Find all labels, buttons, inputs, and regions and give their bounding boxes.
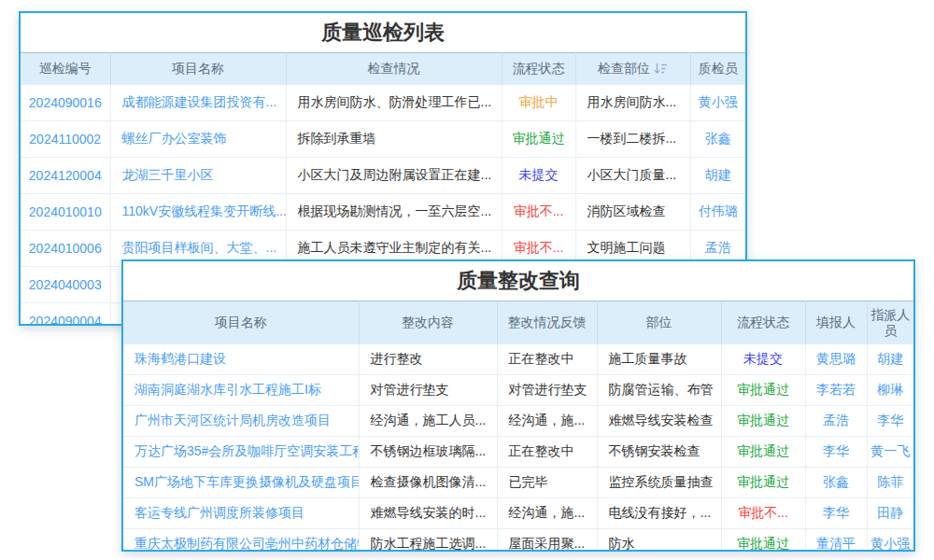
inspection-row: 2024110002螺丝厂办公室装饰拆除到承重墙审批通过一楼到二楼拆...张鑫 bbox=[21, 121, 745, 158]
assignee-cell[interactable]: 田静 bbox=[867, 498, 913, 529]
rectify-content-cell: 对管进行垫支 bbox=[359, 375, 497, 406]
reporter-cell[interactable]: 李若若 bbox=[805, 375, 867, 406]
project-name-cell[interactable]: 成都能源建设集团投资有... bbox=[110, 85, 286, 121]
sort-descending-icon[interactable] bbox=[654, 63, 668, 75]
inspection-row: 2024090016成都能源建设集团投资有...用水房间防水、防滑处理工作已..… bbox=[21, 85, 745, 121]
part-cell: 施工质量事故 bbox=[597, 344, 721, 375]
header-project-name: 项目名称 bbox=[123, 301, 359, 345]
inspection-header-row: 巡检编号 项目名称 检查情况 流程状态 检查部位 质检员 bbox=[21, 53, 745, 86]
rectify-row: 珠海鹤港口建设进行整改正在整改中施工质量事故未提交黄思璐胡建 bbox=[123, 344, 913, 375]
situation-cell: 根据现场勘测情况，一至六层空... bbox=[286, 194, 502, 231]
header-inspection-id: 巡检编号 bbox=[21, 53, 110, 86]
reporter-cell[interactable]: 李华 bbox=[805, 498, 867, 529]
situation-cell: 小区大门及周边附属设置正在建... bbox=[286, 158, 502, 194]
header-location[interactable]: 检查部位 bbox=[575, 53, 690, 86]
inspector-cell[interactable]: 张鑫 bbox=[690, 121, 745, 158]
project-name-cell[interactable]: 湖南洞庭湖水库引水工程施工I标 bbox=[123, 375, 359, 406]
project-name-cell[interactable]: 螺丝厂办公室装饰 bbox=[110, 121, 286, 158]
rectify-header-row: 项目名称 整改内容 整改情况反馈 部位 流程状态 填报人 指派人员 bbox=[123, 301, 913, 345]
rectify-content-cell: 经沟通，施工人员... bbox=[359, 406, 497, 437]
reporter-cell[interactable]: 黄思璐 bbox=[805, 344, 867, 375]
reporter-cell[interactable]: 李华 bbox=[805, 437, 867, 468]
assignee-cell[interactable]: 黄小强 bbox=[867, 529, 913, 553]
reporter-cell[interactable]: 孟浩 bbox=[805, 406, 867, 437]
rectify-row: 广州市天河区统计局机房改造项目经沟通，施工人员...经沟通，施...难燃导线安装… bbox=[123, 406, 913, 437]
project-name-cell[interactable]: 珠海鹤港口建设 bbox=[123, 344, 359, 375]
flow-status-cell: 审批通过 bbox=[721, 375, 805, 406]
part-cell: 监控系统质量抽查 bbox=[597, 468, 721, 498]
situation-cell: 用水房间防水、防滑处理工作已... bbox=[286, 85, 502, 121]
inspection-id-cell[interactable]: 2024090004 bbox=[21, 303, 110, 327]
header-location-label: 检查部位 bbox=[598, 61, 650, 76]
inspection-row: 2024010010110kV安徽线程集变开断线...根据现场勘测情况，一至六层… bbox=[21, 194, 745, 231]
header-flow-status: 流程状态 bbox=[721, 301, 805, 345]
project-name-cell[interactable]: 广州市天河区统计局机房改造项目 bbox=[123, 406, 359, 437]
header-project-name: 项目名称 bbox=[110, 53, 286, 86]
project-name-cell[interactable]: 客运专线广州调度所装修项目 bbox=[123, 498, 359, 529]
part-cell: 防水 bbox=[597, 529, 721, 553]
location-cell: 消防区域检查 bbox=[575, 194, 690, 231]
header-rectify-content: 整改内容 bbox=[359, 301, 497, 345]
flow-status-cell: 未提交 bbox=[502, 158, 575, 194]
header-part: 部位 bbox=[597, 301, 721, 345]
inspection-id-cell[interactable]: 2024120004 bbox=[21, 158, 110, 194]
project-name-cell[interactable]: SM广场地下车库更换摄像机及硬盘项目 bbox=[123, 468, 359, 498]
rectify-row: SM广场地下车库更换摄像机及硬盘项目检查摄像机图像清...已完毕监控系统质量抽查… bbox=[123, 468, 913, 498]
header-flow-status: 流程状态 bbox=[502, 53, 575, 86]
rectify-row: 重庆太极制药有限公司亳州中药材仓储物流防水工程施工选调...屋面采用聚...防水… bbox=[123, 529, 913, 553]
flow-status-cell: 审批通过 bbox=[721, 406, 805, 437]
header-assignee: 指派人员 bbox=[867, 301, 913, 345]
rectify-feedback-cell: 屋面采用聚... bbox=[497, 529, 597, 553]
flow-status-cell: 审批不... bbox=[502, 194, 575, 231]
rectify-content-cell: 难燃导线安装的时... bbox=[359, 498, 497, 529]
flow-status-cell: 审批通过 bbox=[721, 529, 805, 553]
inspection-id-cell[interactable]: 2024010010 bbox=[21, 194, 110, 231]
page: 质量巡检列表 巡检编号 项目名称 检查情况 流程状态 检查部位 质检员 2024… bbox=[0, 0, 934, 560]
inspection-id-cell[interactable]: 2024090016 bbox=[21, 85, 110, 121]
flow-status-cell: 审批通过 bbox=[502, 121, 575, 158]
reporter-cell[interactable]: 董清平 bbox=[805, 529, 867, 553]
inspector-cell[interactable]: 胡建 bbox=[690, 158, 745, 194]
rectify-feedback-cell: 正在整改中 bbox=[497, 344, 597, 375]
assignee-cell[interactable]: 陈菲 bbox=[867, 468, 913, 498]
situation-cell: 拆除到承重墙 bbox=[286, 121, 502, 158]
assignee-cell[interactable]: 胡建 bbox=[867, 344, 913, 375]
inspection-list-title: 质量巡检列表 bbox=[21, 13, 745, 52]
rectify-query-card: 质量整改查询 项目名称 整改内容 整改情况反馈 部位 流程状态 填报人 指派人员… bbox=[121, 259, 915, 552]
location-cell: 用水房间防水... bbox=[575, 85, 690, 121]
flow-status-cell: 未提交 bbox=[721, 344, 805, 375]
part-cell: 不锈钢安装检查 bbox=[597, 437, 721, 468]
assignee-cell[interactable]: 黄一飞 bbox=[867, 437, 913, 468]
rectify-feedback-cell: 已完毕 bbox=[497, 468, 597, 498]
rectify-content-cell: 不锈钢边框玻璃隔... bbox=[359, 437, 497, 468]
assignee-cell[interactable]: 李华 bbox=[867, 406, 913, 437]
inspection-id-cell[interactable]: 2024110002 bbox=[21, 121, 110, 158]
part-cell: 防腐管运输、布管 bbox=[597, 375, 721, 406]
flow-status-cell: 审批通过 bbox=[721, 437, 805, 468]
rectify-query-title: 质量整改查询 bbox=[123, 261, 913, 301]
location-cell: 小区大门质量... bbox=[575, 158, 690, 194]
inspection-id-cell[interactable]: 2024040003 bbox=[21, 267, 110, 303]
header-inspector: 质检员 bbox=[690, 53, 745, 86]
assignee-cell[interactable]: 柳琳 bbox=[867, 375, 913, 406]
inspector-cell[interactable]: 黄小强 bbox=[690, 85, 745, 121]
rectify-content-cell: 防水工程施工选调... bbox=[359, 529, 497, 553]
rectify-feedback-cell: 对管进行垫支 bbox=[497, 375, 597, 406]
project-name-cell[interactable]: 龙湖三千里小区 bbox=[110, 158, 286, 194]
header-situation: 检查情况 bbox=[286, 53, 502, 86]
rectify-feedback-cell: 经沟通，施... bbox=[497, 498, 597, 529]
project-name-cell[interactable]: 重庆太极制药有限公司亳州中药材仓储物流 bbox=[123, 529, 359, 553]
reporter-cell[interactable]: 张鑫 bbox=[805, 468, 867, 498]
rectify-feedback-cell: 正在整改中 bbox=[497, 437, 597, 468]
flow-status-cell: 审批不... bbox=[721, 498, 805, 529]
rectify-content-cell: 检查摄像机图像清... bbox=[359, 468, 497, 498]
inspection-id-cell[interactable]: 2024010006 bbox=[21, 231, 110, 267]
rectify-row: 湖南洞庭湖水库引水工程施工I标对管进行垫支对管进行垫支防腐管运输、布管审批通过李… bbox=[123, 375, 913, 406]
project-name-cell[interactable]: 110kV安徽线程集变开断线... bbox=[110, 194, 286, 231]
rectify-content-cell: 进行整改 bbox=[359, 344, 497, 375]
rectify-row: 客运专线广州调度所装修项目难燃导线安装的时...经沟通，施...电线没有接好，.… bbox=[123, 498, 913, 529]
inspector-cell[interactable]: 付伟璐 bbox=[690, 194, 745, 231]
part-cell: 电线没有接好，... bbox=[597, 498, 721, 529]
part-cell: 难燃导线安装检查 bbox=[597, 406, 721, 437]
project-name-cell[interactable]: 万达广场35#会所及咖啡厅空调安装工程 bbox=[123, 437, 359, 468]
